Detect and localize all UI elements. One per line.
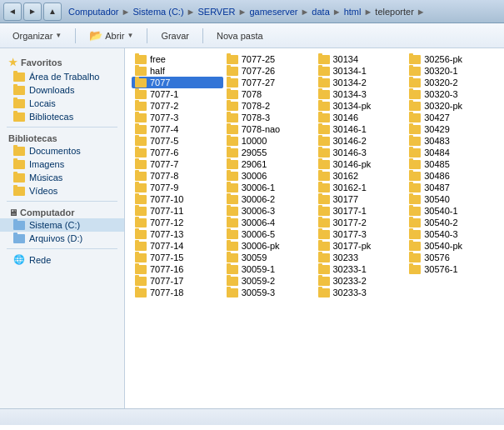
file-item[interactable]: 30134-2 bbox=[315, 77, 407, 88]
new-folder-button[interactable]: Nova pasta bbox=[209, 28, 271, 43]
forward-button[interactable]: ► bbox=[23, 2, 42, 21]
sidebar-item-imagens[interactable]: Imagens bbox=[0, 158, 124, 171]
breadcrumb-sistema[interactable]: Sistema (C:) bbox=[132, 7, 183, 17]
file-item[interactable]: 30134-3 bbox=[315, 88, 407, 100]
breadcrumb-data[interactable]: data bbox=[312, 7, 329, 17]
back-button[interactable]: ◄ bbox=[3, 2, 22, 21]
file-item[interactable]: 30486 bbox=[406, 170, 497, 182]
file-item[interactable]: 30059-1 bbox=[223, 263, 315, 275]
file-item[interactable]: 30487 bbox=[406, 182, 497, 193]
file-item[interactable]: 7078 bbox=[223, 88, 315, 100]
file-item[interactable]: 7078-nao bbox=[223, 123, 315, 135]
file-item[interactable]: 30006-1 bbox=[223, 182, 315, 193]
file-item[interactable]: 30134-1 bbox=[315, 65, 407, 77]
file-item[interactable]: 30006-4 bbox=[223, 217, 315, 228]
file-item[interactable]: 30483 bbox=[406, 135, 497, 147]
file-item[interactable]: 30233-3 bbox=[315, 287, 407, 298]
file-item[interactable]: 30576 bbox=[406, 252, 497, 263]
file-item[interactable]: 10000 bbox=[223, 135, 315, 147]
sidebar-item-locais[interactable]: Locais bbox=[0, 97, 124, 110]
file-item[interactable]: 30146-2 bbox=[315, 135, 407, 147]
sidebar-item-sistema-c[interactable]: Sistema (C:) bbox=[0, 218, 124, 232]
file-item[interactable]: 30162-1 bbox=[315, 182, 407, 193]
file-item[interactable]: 30146-1 bbox=[315, 123, 407, 135]
file-item[interactable]: 7078-3 bbox=[223, 112, 315, 123]
file-item[interactable]: 30177-1 bbox=[315, 205, 407, 217]
file-item[interactable]: 30177-2 bbox=[315, 217, 407, 228]
window-controls[interactable]: ◄ ► ▲ bbox=[3, 2, 62, 21]
file-item[interactable]: 7077-25 bbox=[223, 53, 315, 65]
file-item[interactable]: 7077-14 bbox=[132, 240, 223, 252]
file-item[interactable]: 30540-pk bbox=[406, 240, 497, 252]
breadcrumb-gameserver[interactable]: gameserver bbox=[249, 7, 297, 17]
file-item[interactable]: 30177-3 bbox=[315, 228, 407, 240]
sidebar-item-bibliotecas-fav[interactable]: Bibliotecas bbox=[0, 110, 124, 123]
file-item[interactable]: 7077-26 bbox=[223, 65, 315, 77]
file-item[interactable]: 7077-11 bbox=[132, 205, 223, 217]
file-item[interactable]: 30540-1 bbox=[406, 205, 497, 217]
file-item[interactable]: 30320-1 bbox=[406, 65, 497, 77]
file-item[interactable]: 7077-7 bbox=[132, 158, 223, 170]
up-button[interactable]: ▲ bbox=[43, 2, 62, 21]
file-item[interactable]: 7077-8 bbox=[132, 170, 223, 182]
file-item[interactable]: 7077-10 bbox=[132, 193, 223, 205]
file-item[interactable]: 30233-2 bbox=[315, 275, 407, 287]
file-item[interactable]: 30233 bbox=[315, 252, 407, 263]
file-item[interactable]: 30540-3 bbox=[406, 228, 497, 240]
file-item[interactable]: 30484 bbox=[406, 147, 497, 158]
file-item[interactable]: 30146-pk bbox=[315, 158, 407, 170]
file-item[interactable]: 7077-2 bbox=[132, 100, 223, 112]
sidebar-item-desktop[interactable]: Área de Trabalho bbox=[0, 70, 124, 83]
file-item[interactable]: 7077-17 bbox=[132, 275, 223, 287]
save-button[interactable]: Gravar bbox=[153, 28, 197, 43]
file-item[interactable]: 30059-3 bbox=[223, 287, 315, 298]
file-item[interactable]: 7077-6 bbox=[132, 147, 223, 158]
file-item[interactable]: 30006-2 bbox=[223, 193, 315, 205]
breadcrumb-html[interactable]: html bbox=[344, 7, 362, 17]
file-item[interactable]: 7077-5 bbox=[132, 135, 223, 147]
file-item[interactable]: 30059-2 bbox=[223, 275, 315, 287]
file-item[interactable]: 30540 bbox=[406, 193, 497, 205]
file-item[interactable]: 7077-12 bbox=[132, 217, 223, 228]
file-item[interactable]: 7077-27 bbox=[223, 77, 315, 88]
file-item[interactable]: 30006-pk bbox=[223, 240, 315, 252]
file-item[interactable]: 7077-15 bbox=[132, 252, 223, 263]
file-item[interactable]: 30006-3 bbox=[223, 205, 315, 217]
file-item[interactable]: 30485 bbox=[406, 158, 497, 170]
file-item[interactable]: 30320-2 bbox=[406, 77, 497, 88]
file-item[interactable]: 7077 bbox=[132, 77, 223, 88]
file-item[interactable]: 30427 bbox=[406, 112, 497, 123]
file-item[interactable]: 7077-9 bbox=[132, 182, 223, 193]
file-item[interactable]: 7077-4 bbox=[132, 123, 223, 135]
file-item[interactable]: 7077-3 bbox=[132, 112, 223, 123]
file-item[interactable]: 30177 bbox=[315, 193, 407, 205]
file-item[interactable]: 7077-13 bbox=[132, 228, 223, 240]
file-item[interactable]: 30146-3 bbox=[315, 147, 407, 158]
breadcrumb-computador[interactable]: Computador bbox=[68, 7, 119, 17]
file-item[interactable]: free bbox=[132, 53, 223, 65]
file-item[interactable]: 30576-1 bbox=[406, 263, 497, 275]
sidebar-item-arquivos-d[interactable]: Arquivos (D:) bbox=[0, 232, 124, 245]
file-item[interactable]: 7078-2 bbox=[223, 100, 315, 112]
file-item[interactable]: 7077-16 bbox=[132, 263, 223, 275]
file-item[interactable]: 30320-pk bbox=[406, 100, 497, 112]
file-item[interactable]: 29061 bbox=[223, 158, 315, 170]
file-item[interactable]: 30134 bbox=[315, 53, 407, 65]
file-item[interactable]: 30059 bbox=[223, 252, 315, 263]
file-item[interactable]: 30233-1 bbox=[315, 263, 407, 275]
file-item[interactable]: half bbox=[132, 65, 223, 77]
file-item[interactable]: 30320-3 bbox=[406, 88, 497, 100]
file-item[interactable]: 7077-1 bbox=[132, 88, 223, 100]
file-item[interactable]: 30162 bbox=[315, 170, 407, 182]
sidebar-item-documentos[interactable]: Documentos bbox=[0, 144, 124, 158]
file-item[interactable]: 30429 bbox=[406, 123, 497, 135]
file-item[interactable]: 30256-pk bbox=[406, 53, 497, 65]
sidebar-item-downloads[interactable]: Downloads bbox=[0, 83, 124, 97]
breadcrumb-server[interactable]: SERVER bbox=[197, 7, 235, 17]
open-button[interactable]: 📂 Abrir ▼ bbox=[82, 27, 141, 44]
file-item[interactable]: 30006-5 bbox=[223, 228, 315, 240]
sidebar-item-rede[interactable]: 🌐 Rede bbox=[0, 252, 124, 267]
sidebar-item-videos[interactable]: Vídeos bbox=[0, 184, 124, 198]
file-item[interactable]: 30540-2 bbox=[406, 217, 497, 228]
organize-button[interactable]: Organizar ▼ bbox=[5, 28, 69, 43]
